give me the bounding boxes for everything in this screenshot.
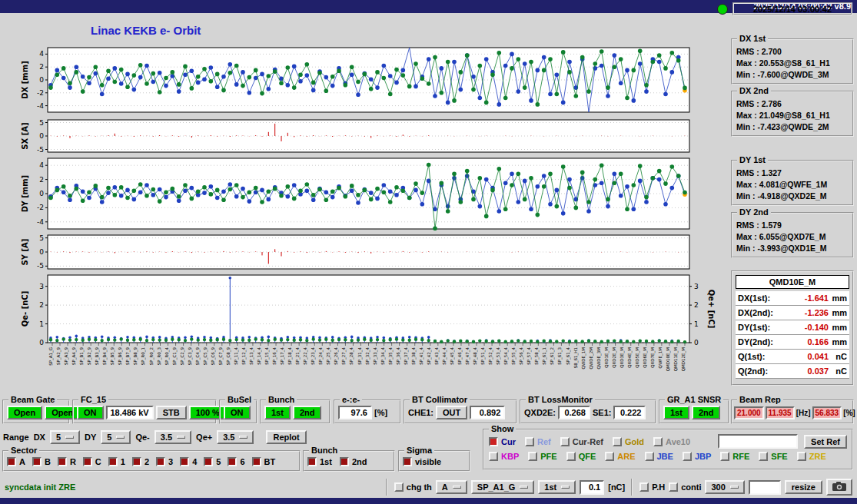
checkbox-indicator: [669, 482, 678, 492]
svg-text:SP_36_4: SP_36_4: [396, 347, 401, 365]
sector-1-checkbox[interactable]: 1: [108, 457, 125, 466]
checkbox-indicator: [566, 452, 576, 461]
ph-checkbox[interactable]: P.H: [639, 482, 665, 492]
svg-text:SP_56_4: SP_56_4: [519, 347, 524, 365]
show-cur-ref-checkbox[interactable]: Cur-Ref: [560, 437, 603, 446]
conti-checkbox[interactable]: conti: [669, 482, 701, 492]
svg-text:SP_47_4: SP_47_4: [465, 347, 470, 365]
svg-text:QWDE_2M: QWDE_2M: [589, 347, 594, 370]
dropdown-indicator-icon: [561, 486, 570, 489]
dropdown-indicator-icon: [453, 486, 461, 489]
sector-6-checkbox[interactable]: 6: [228, 457, 244, 466]
sector-4-label: 4: [192, 457, 197, 466]
checkbox-indicator: [403, 457, 412, 466]
checkbox-indicator: [252, 457, 261, 466]
replot-button[interactable]: Replot: [266, 430, 306, 444]
checkbox-indicator: [489, 437, 498, 446]
show-are-checkbox[interactable]: ARE: [605, 452, 635, 461]
checkbox-indicator: [204, 457, 213, 466]
snsr-group: GR_A1 SNSR 1st 2nd: [659, 400, 729, 424]
interval-select[interactable]: 300: [705, 480, 744, 494]
bunch-order-select[interactable]: 1st: [538, 480, 576, 494]
show-ref-checkbox[interactable]: Ref: [525, 437, 551, 446]
monitor-row-unit: nC: [829, 366, 847, 376]
che1-out-button[interactable]: OUT: [436, 406, 467, 419]
svg-text:SP_22_4: SP_22_4: [303, 347, 308, 365]
fc15-stb-button[interactable]: STB: [156, 406, 187, 419]
stat-max: Max : 21.049@S8_61_H1: [736, 110, 849, 121]
monitor-row-label: DY(2nd):: [738, 337, 773, 346]
bunch-2nd-checkbox[interactable]: 2nd: [340, 457, 367, 466]
range-dx-select[interactable]: 5: [50, 430, 80, 444]
sector-select[interactable]: A: [436, 480, 467, 494]
snsr-title: GR_A1 SNSR: [665, 395, 723, 404]
svg-text:DX [mm]: DX [mm]: [21, 61, 29, 98]
beam-rep-value-2: 11.935: [766, 406, 795, 419]
sector-2-checkbox[interactable]: 2: [132, 457, 149, 466]
bunch-1st-checkbox[interactable]: 1st: [307, 457, 332, 466]
svg-text:SP_A3_9: SP_A3_9: [64, 347, 69, 366]
svg-text:SP_17_4: SP_17_4: [280, 347, 285, 365]
show-sfe-checkbox[interactable]: SFE: [759, 452, 787, 461]
show-qfe-checkbox[interactable]: QFE: [566, 452, 596, 461]
sector-a-checkbox[interactable]: A: [7, 457, 25, 466]
show-rfe-checkbox[interactable]: RFE: [720, 452, 749, 461]
range-dy-label: DY: [85, 433, 96, 442]
resize-button[interactable]: resize: [785, 480, 822, 494]
show-ave10-checkbox[interactable]: Ave10: [653, 437, 690, 446]
threshold-input[interactable]: [580, 480, 604, 495]
sector-r-checkbox[interactable]: R: [58, 457, 76, 466]
svg-text:SP_11_4: SP_11_4: [234, 347, 239, 365]
checkbox-indicator: [528, 452, 537, 461]
ee-ratio-value: 97.6: [338, 406, 372, 419]
show-jbe-checkbox[interactable]: JBE: [645, 452, 673, 461]
sector-4-checkbox[interactable]: 4: [180, 457, 197, 466]
show-kbp-label: KBP: [501, 452, 519, 461]
range-qe-minus-select[interactable]: 3.5: [154, 430, 191, 444]
svg-text:SP_51_4: SP_51_4: [480, 347, 486, 365]
busel-on-button[interactable]: ON: [224, 406, 251, 419]
show-kbp-checkbox[interactable]: KBP: [489, 452, 519, 461]
sector-3-checkbox[interactable]: 3: [156, 457, 173, 466]
sector-5-checkbox[interactable]: 5: [204, 457, 221, 466]
show-are-label: ARE: [617, 452, 635, 461]
sector-c-checkbox[interactable]: C: [83, 457, 101, 466]
se1-label: SE1:: [593, 408, 611, 417]
svg-text:SP_C1_9: SP_C1_9: [172, 347, 178, 366]
fc15-on-button[interactable]: ON: [77, 406, 104, 419]
snsr-1st-button[interactable]: 1st: [663, 406, 689, 419]
show-zre-checkbox[interactable]: ZRE: [797, 452, 826, 461]
monitor-select[interactable]: SP_A1_G: [471, 480, 535, 494]
bunch-1st-button[interactable]: 1st: [264, 406, 291, 419]
snsr-2nd-button[interactable]: 2nd: [692, 406, 721, 419]
set-ref-button[interactable]: Set Ref: [804, 435, 847, 449]
svg-text:0: 0: [39, 190, 44, 197]
svg-text:SP_46_4: SP_46_4: [457, 347, 463, 365]
monitor-row-value: -1.236: [805, 308, 829, 317]
range-qe-plus-select[interactable]: 3.5: [217, 430, 254, 444]
chg-th-checkbox[interactable]: chg th: [394, 482, 432, 492]
sector-bt-checkbox[interactable]: BT: [252, 457, 276, 466]
svg-text:-2: -2: [37, 89, 44, 97]
show-cur-checkbox[interactable]: Cur: [489, 437, 516, 446]
sector-b-checkbox[interactable]: B: [32, 457, 51, 466]
sigma-visible-label: visible: [415, 457, 441, 466]
beam-gate-title: Beam Gate: [8, 395, 57, 404]
ref-name-input[interactable]: [718, 434, 798, 449]
beam-gate-open-1-button[interactable]: Open: [7, 406, 42, 419]
range-dy-select[interactable]: 5: [101, 430, 131, 444]
monitor-row-label: DX(1st):: [738, 293, 770, 303]
show-gold-checkbox[interactable]: Gold: [613, 437, 644, 446]
show-title: Show: [489, 424, 516, 433]
beam-rep-pct-unit: [%]: [843, 409, 855, 417]
bunch-2nd-button[interactable]: 2nd: [293, 406, 322, 419]
snapshot-button[interactable]: [826, 479, 852, 496]
show-pfe-checkbox[interactable]: PFE: [528, 452, 556, 461]
monitor-row: DY(2nd):0.166mm: [736, 335, 849, 350]
show-jbp-checkbox[interactable]: JBP: [683, 452, 711, 461]
count-input[interactable]: [749, 480, 781, 495]
plot-area-sx: [48, 120, 689, 152]
beam-rep-hz-unit: [Hz]: [796, 409, 811, 417]
sigma-visible-checkbox[interactable]: visible: [403, 457, 441, 466]
svg-text:Qe- [nC]: Qe- [nC]: [21, 291, 29, 327]
